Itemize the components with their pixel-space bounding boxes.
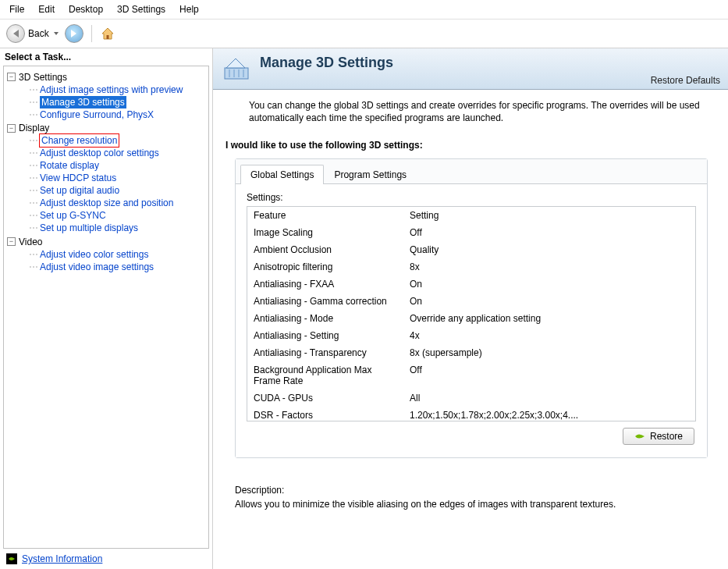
home-icon bbox=[100, 26, 115, 41]
nvidia-icon bbox=[6, 553, 17, 564]
col-feature: Feature bbox=[247, 207, 403, 224]
tree-item[interactable]: Rotate display bbox=[40, 159, 99, 172]
tree-item[interactable]: Set up G-SYNC bbox=[40, 209, 106, 222]
tree-item[interactable]: Adjust video color settings bbox=[40, 248, 148, 261]
tree-item[interactable]: Adjust desktop size and position bbox=[40, 197, 173, 209]
intro-text: You can change the global 3D settings an… bbox=[249, 99, 708, 124]
tab-program-settings[interactable]: Program Settings bbox=[324, 165, 417, 184]
setting-cell: Override any application setting bbox=[403, 310, 695, 327]
feature-cell: Image Scaling bbox=[247, 224, 403, 241]
panel-body: Settings: Feature Setting Image ScalingO… bbox=[236, 184, 707, 457]
setting-cell: Off bbox=[403, 361, 695, 389]
col-setting: Setting bbox=[403, 207, 695, 224]
feature-cell: Anisotropic filtering bbox=[247, 258, 403, 276]
tree-item[interactable]: Adjust image settings with preview bbox=[40, 84, 183, 96]
tree-category[interactable]: Display bbox=[19, 122, 49, 134]
tabs: Global Settings Program Settings bbox=[236, 159, 707, 184]
settings-row[interactable]: Antialiasing - FXAAOn bbox=[247, 276, 695, 293]
page-header: Manage 3D Settings Restore Defaults bbox=[213, 48, 728, 90]
tree-category[interactable]: Video bbox=[19, 236, 42, 248]
settings-row[interactable]: DSR - Factors1.20x;1.50x;1.78x;2.00x;2.2… bbox=[247, 407, 695, 421]
tree-item[interactable]: Adjust video image settings bbox=[40, 261, 154, 273]
feature-cell: DSR - Factors bbox=[247, 407, 403, 421]
feature-cell: Antialiasing - Gamma correction bbox=[247, 293, 403, 310]
content-body: You can change the global 3D settings an… bbox=[213, 90, 728, 569]
settings-row[interactable]: Antialiasing - Gamma correctionOn bbox=[247, 293, 695, 310]
content-pane: Manage 3D Settings Restore Defaults You … bbox=[212, 48, 728, 569]
section-title: I would like to use the following 3D set… bbox=[226, 140, 708, 151]
setting-cell: On bbox=[403, 293, 695, 310]
setting-cell: 1.20x;1.50x;1.78x;2.00x;2.25x;3.00x;4...… bbox=[403, 407, 695, 421]
setting-cell: All bbox=[403, 389, 695, 407]
settings-row[interactable]: Anisotropic filtering8x bbox=[247, 258, 695, 276]
settings-panel: Global Settings Program Settings Setting… bbox=[235, 158, 708, 458]
setting-cell: 8x (supersample) bbox=[403, 344, 695, 361]
home-button[interactable] bbox=[98, 24, 117, 43]
setting-cell: 4x bbox=[403, 327, 695, 344]
tree-item[interactable]: Adjust desktop color settings bbox=[40, 147, 159, 159]
feature-cell: Antialiasing - Setting bbox=[247, 327, 403, 344]
back-button[interactable]: Back bbox=[5, 23, 60, 44]
feature-cell: Ambient Occlusion bbox=[247, 241, 403, 258]
settings-row[interactable]: Ambient OcclusionQuality bbox=[247, 241, 695, 258]
restore-button[interactable]: Restore bbox=[623, 428, 694, 445]
sidebar: Select a Task... −3D Settings⋯Adjust ima… bbox=[0, 48, 212, 569]
restore-row: Restore bbox=[247, 421, 696, 446]
forward-arrow-icon bbox=[65, 24, 83, 43]
feature-cell: Antialiasing - Mode bbox=[247, 310, 403, 327]
page-title: Manage 3D Settings bbox=[260, 55, 393, 71]
setting-cell: 8x bbox=[403, 258, 695, 276]
settings-row[interactable]: Antialiasing - Transparency8x (supersamp… bbox=[247, 344, 695, 361]
svg-rect-0 bbox=[106, 35, 108, 39]
feature-cell: Antialiasing - FXAA bbox=[247, 276, 403, 293]
setting-cell: Off bbox=[403, 224, 695, 241]
grid-header: Feature Setting bbox=[247, 207, 695, 224]
settings-row[interactable]: CUDA - GPUsAll bbox=[247, 389, 695, 407]
tree-item[interactable]: View HDCP status bbox=[40, 172, 116, 184]
settings-grid[interactable]: Feature Setting Image ScalingOffAmbient … bbox=[247, 206, 696, 421]
settings-row[interactable]: Image ScalingOff bbox=[247, 224, 695, 241]
tree-item[interactable]: Configure Surround, PhysX bbox=[40, 108, 154, 121]
description-block: Description: Allows you to minimize the … bbox=[235, 485, 708, 510]
toolbar: Back bbox=[0, 20, 728, 48]
restore-button-label: Restore bbox=[650, 431, 683, 442]
chevron-down-icon bbox=[54, 32, 59, 35]
svg-rect-1 bbox=[225, 68, 248, 79]
tree-item[interactable]: Set up multiple displays bbox=[40, 222, 138, 234]
tree-item[interactable]: Manage 3D settings bbox=[40, 96, 126, 108]
tab-global-settings[interactable]: Global Settings bbox=[240, 165, 324, 184]
description-text: Allows you to minimize the visible alias… bbox=[235, 499, 708, 510]
menu-file[interactable]: File bbox=[3, 2, 30, 17]
menu-desktop[interactable]: Desktop bbox=[62, 2, 109, 17]
settings-label: Settings: bbox=[247, 192, 696, 203]
description-label: Description: bbox=[235, 485, 708, 496]
setting-cell: Quality bbox=[403, 241, 695, 258]
tree-toggle[interactable]: − bbox=[7, 73, 16, 81]
system-information-label: System Information bbox=[22, 553, 102, 564]
tree-toggle[interactable]: − bbox=[7, 124, 16, 133]
restore-defaults-link[interactable]: Restore Defaults bbox=[651, 75, 720, 86]
nvidia-icon bbox=[634, 431, 645, 442]
setting-cell: On bbox=[403, 276, 695, 293]
settings-row[interactable]: Background Application Max Frame RateOff bbox=[247, 361, 695, 389]
back-label: Back bbox=[28, 28, 49, 39]
tree-category[interactable]: 3D Settings bbox=[19, 71, 67, 84]
feature-cell: Background Application Max Frame Rate bbox=[247, 361, 403, 389]
system-information-link[interactable]: System Information bbox=[0, 549, 212, 569]
menu-3d-settings[interactable]: 3D Settings bbox=[111, 2, 172, 17]
tree-toggle[interactable]: − bbox=[7, 237, 16, 246]
toolbar-separator bbox=[91, 25, 92, 42]
back-arrow-icon bbox=[6, 24, 25, 43]
menu-edit[interactable]: Edit bbox=[32, 2, 61, 17]
main-area: Select a Task... −3D Settings⋯Adjust ima… bbox=[0, 48, 728, 569]
settings-row[interactable]: Antialiasing - Setting4x bbox=[247, 327, 695, 344]
tree-item[interactable]: Set up digital audio bbox=[40, 184, 119, 197]
tree-item[interactable]: Change resolution bbox=[40, 134, 119, 147]
settings-row[interactable]: Antialiasing - ModeOverride any applicat… bbox=[247, 310, 695, 327]
sidebar-title: Select a Task... bbox=[0, 48, 212, 66]
forward-button[interactable] bbox=[63, 23, 85, 44]
menu-help[interactable]: Help bbox=[173, 2, 205, 17]
task-tree: −3D Settings⋯Adjust image settings with … bbox=[3, 66, 209, 549]
feature-cell: CUDA - GPUs bbox=[247, 389, 403, 407]
menubar: File Edit Desktop 3D Settings Help bbox=[0, 0, 728, 20]
